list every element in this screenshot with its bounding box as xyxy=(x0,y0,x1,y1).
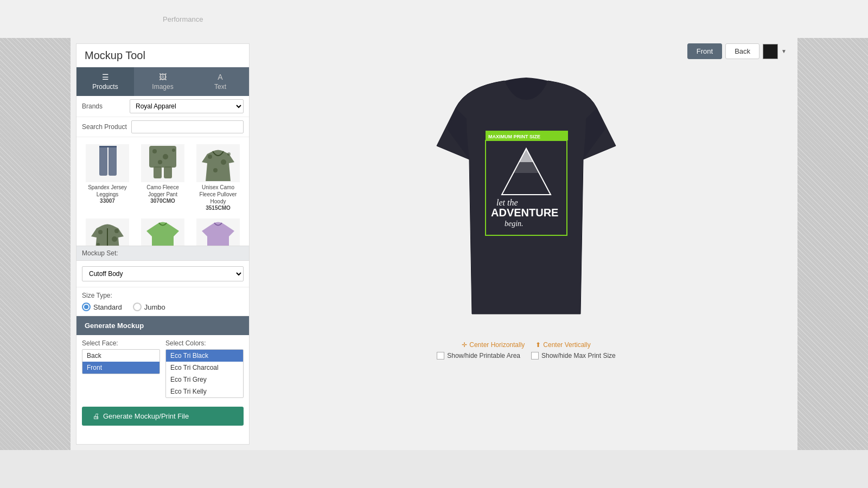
right-decorative-panel xyxy=(797,38,868,450)
product-thumb-hoodie xyxy=(196,144,240,182)
product-grid: Spandex Jersey Leggings 33007 xyxy=(76,137,249,246)
colors-label: Select Colors: xyxy=(165,339,244,347)
text-icon: A xyxy=(218,73,222,81)
search-row: Search Product xyxy=(76,117,249,137)
product-name-jogger: Camo Fleece Jogger Pant xyxy=(139,184,187,198)
radio-jumbo[interactable]: Jumbo xyxy=(133,303,165,311)
tshirt-svg: MAXIMUM PRINT SIZE let the ADVENTURE beg… xyxy=(423,65,629,336)
svg-point-7 xyxy=(163,154,168,159)
left-decorative-panel xyxy=(0,38,71,450)
center-horizontally-btn[interactable]: ✛ Center Horizontally xyxy=(462,341,525,349)
svg-text:MAXIMUM PRINT SIZE: MAXIMUM PRINT SIZE xyxy=(488,134,540,139)
mockup-set-select[interactable]: Cutoff Body Full Body Half Body xyxy=(82,266,244,281)
preview-bottom: ✛ Center Horizontally ⬆ Center Verticall… xyxy=(437,341,616,359)
size-type-radio-group: Standard Jumbo xyxy=(82,303,244,311)
show-max-checkbox[interactable] xyxy=(531,352,539,359)
products-icon: ☰ xyxy=(102,73,109,81)
show-printable-label[interactable]: Show/hide Printable Area xyxy=(437,352,520,359)
tool-panel: Mockup Tool ☰ Products 🖼 Images A Text B xyxy=(76,43,250,445)
svg-point-11 xyxy=(221,159,226,165)
center-vertically-btn[interactable]: ⬆ Center Vertically xyxy=(535,341,590,349)
images-icon: 🖼 xyxy=(159,73,167,81)
center-v-label: Center Vertically xyxy=(543,341,590,349)
svg-text:let the: let the xyxy=(496,198,518,207)
top-bar: Performance xyxy=(0,0,868,38)
product-thumb-jogger xyxy=(141,144,184,182)
svg-point-16 xyxy=(112,236,117,242)
face-back[interactable]: Back xyxy=(82,350,159,362)
performance-label: Performance xyxy=(163,15,203,23)
product-item-hoodie[interactable]: Unisex Camo Fleece Pullover Hoody 3515CM… xyxy=(192,142,245,214)
svg-text:begin.: begin. xyxy=(505,220,524,228)
product-thumb-purple-tee xyxy=(196,219,240,246)
show-printable-checkbox[interactable] xyxy=(437,352,444,359)
product-code-hoodie: 3515CMO xyxy=(206,205,231,211)
size-type-label: Size Type: xyxy=(82,292,244,299)
product-thumb-zip-hoodie xyxy=(86,219,129,246)
front-button[interactable]: Front xyxy=(687,43,722,59)
product-item-leggings[interactable]: Spandex Jersey Leggings 33007 xyxy=(81,142,134,214)
mockup-set-label: Mockup Set: xyxy=(76,246,249,261)
colors-column: Select Colors: Eco Tri Black Eco Tri Cha… xyxy=(165,339,244,398)
color-eco-tri-grey[interactable]: Eco Tri Grey xyxy=(166,374,243,386)
radio-standard[interactable]: Standard xyxy=(82,303,122,311)
svg-rect-0 xyxy=(99,146,107,176)
svg-point-18 xyxy=(114,229,119,233)
tab-products-label: Products xyxy=(92,83,118,91)
brands-label: Brands xyxy=(82,102,125,110)
main-content: Mockup Tool ☰ Products 🖼 Images A Text B xyxy=(71,38,797,450)
color-eco-tri-black[interactable]: Eco Tri Black xyxy=(166,350,243,362)
product-name-leggings: Spandex Jersey Leggings xyxy=(84,184,131,198)
tab-products[interactable]: ☰ Products xyxy=(76,67,134,96)
svg-text:ADVENTURE: ADVENTURE xyxy=(491,207,558,219)
center-controls: ✛ Center Horizontally ⬆ Center Verticall… xyxy=(462,341,590,349)
radio-standard-circle xyxy=(82,303,91,311)
product-code-leggings: 33007 xyxy=(100,198,115,204)
tab-text[interactable]: A Text xyxy=(192,67,249,96)
panel-title: Mockup Tool xyxy=(76,44,249,67)
face-front[interactable]: Front xyxy=(82,362,159,374)
brands-select[interactable]: Royal Apparel Bella+Canvas Gildan Next L… xyxy=(130,99,244,113)
show-max-text: Show/hide Max Print Size xyxy=(541,352,616,359)
product-item-zip-hoodie[interactable]: Zip Hoodie xyxy=(81,216,134,246)
preview-controls: Front Back ▼ xyxy=(687,43,787,59)
svg-point-8 xyxy=(172,149,175,152)
size-type-section: Size Type: Standard Jumbo xyxy=(76,287,249,316)
generate-button-label: Generate Mockup/Print File xyxy=(103,412,189,420)
radio-jumbo-circle xyxy=(133,303,142,311)
face-list: Back Front xyxy=(82,349,160,374)
product-item-green-tee[interactable]: Green Tee xyxy=(136,216,189,246)
svg-rect-5 xyxy=(164,166,172,178)
tab-text-label: Text xyxy=(214,83,226,91)
svg-point-9 xyxy=(158,160,162,164)
generate-header: Generate Mockup xyxy=(76,316,249,335)
product-thumb-green-tee xyxy=(141,219,184,246)
tabs-bar: ☰ Products 🖼 Images A Text xyxy=(76,67,249,96)
search-input[interactable] xyxy=(131,120,244,133)
svg-point-13 xyxy=(213,168,218,172)
product-name-hoodie: Unisex Camo Fleece Pullover Hoody xyxy=(194,184,242,205)
svg-rect-4 xyxy=(154,166,162,178)
generate-button[interactable]: 🖨 Generate Mockup/Print File xyxy=(82,407,244,426)
radio-standard-label: Standard xyxy=(93,303,122,311)
color-eco-tri-kelly[interactable]: Eco Tri Kelly xyxy=(166,386,243,397)
generate-icon: 🖨 xyxy=(93,412,100,420)
color-dropdown-arrow[interactable]: ▼ xyxy=(781,48,787,54)
product-item-purple-tee[interactable]: Purple Tee xyxy=(192,216,245,246)
show-max-label[interactable]: Show/hide Max Print Size xyxy=(531,352,616,359)
show-printable-text: Show/hide Printable Area xyxy=(447,352,520,359)
product-item-jogger[interactable]: Camo Fleece Jogger Pant 3070CMO xyxy=(136,142,189,214)
product-thumb-leggings xyxy=(86,144,129,182)
search-label: Search Product xyxy=(82,123,127,131)
center-h-label: Center Horizontally xyxy=(469,341,525,349)
tab-images[interactable]: 🖼 Images xyxy=(134,67,192,96)
color-eco-tri-charcoal[interactable]: Eco Tri Charcoal xyxy=(166,362,243,374)
color-swatch[interactable] xyxy=(763,44,778,59)
svg-point-10 xyxy=(208,155,212,159)
show-hide-controls: Show/hide Printable Area Show/hide Max P… xyxy=(437,352,616,359)
back-button[interactable]: Back xyxy=(725,43,760,59)
radio-jumbo-label: Jumbo xyxy=(144,303,165,311)
colors-list: Eco Tri Black Eco Tri Charcoal Eco Tri G… xyxy=(165,349,244,398)
mockup-set-section: Cutoff Body Full Body Half Body xyxy=(76,261,249,287)
center-h-icon: ✛ xyxy=(462,341,467,349)
